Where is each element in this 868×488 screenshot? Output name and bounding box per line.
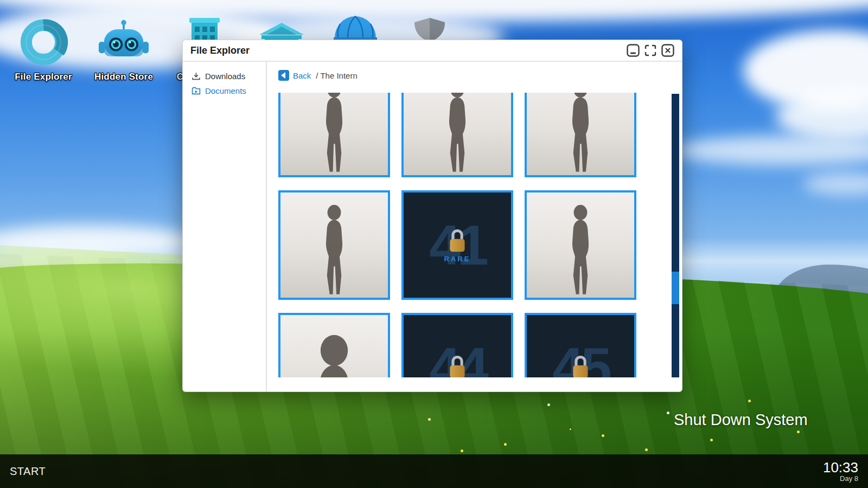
close-icon <box>661 44 674 57</box>
shutdown-system-label[interactable]: Shut Down System <box>674 411 808 429</box>
desktop-icon-hidden-store[interactable]: Hidden Store <box>92 14 155 82</box>
window-titlebar[interactable]: File Explorer <box>183 40 682 62</box>
sidebar-item-downloads[interactable]: Downloads <box>183 69 266 84</box>
photo-thumbnail[interactable] <box>401 93 513 177</box>
back-label: Back <box>293 71 311 80</box>
photo-thumbnail[interactable] <box>525 190 636 300</box>
photo-placeholder <box>280 93 388 175</box>
photo-placeholder <box>527 93 634 175</box>
flowers <box>570 428 571 430</box>
sidebar-item-documents[interactable]: Documents <box>183 84 266 98</box>
window-controls <box>627 44 674 57</box>
photo-thumbnail[interactable] <box>278 93 390 177</box>
close-button[interactable] <box>661 44 674 57</box>
locked-thumbnail[interactable]: 44 <box>401 313 513 377</box>
sidebar: Downloads Documents <box>183 62 266 391</box>
desktop-icon-file-explorer[interactable]: File Explorer <box>12 14 75 82</box>
taskbar: START 10:33 Day 8 <box>0 454 868 488</box>
clock-day: Day 8 <box>823 475 858 483</box>
thumbnail-grid: 41 RARE <box>278 93 636 377</box>
breadcrumb-path: / The Intern <box>316 71 357 80</box>
locked-thumbnail[interactable]: 41 RARE <box>401 190 513 300</box>
minimize-icon <box>627 44 640 57</box>
desktop-icon-label: Hidden Store <box>92 72 155 82</box>
locked-card-background: 45 <box>527 315 634 377</box>
minimize-button[interactable] <box>627 44 640 57</box>
dome-icon[interactable] <box>334 15 377 40</box>
photo-thumbnail[interactable] <box>278 190 390 300</box>
bank-icon[interactable] <box>259 23 304 41</box>
photo-placeholder <box>280 192 388 298</box>
back-button[interactable]: Back <box>278 70 311 81</box>
photo-placeholder <box>404 93 511 175</box>
download-icon <box>192 72 201 81</box>
photo-thumbnail[interactable] <box>278 313 390 377</box>
photo-thumbnail[interactable] <box>525 93 636 177</box>
lock-icon <box>570 354 591 377</box>
locked-thumbnail[interactable]: 45 <box>525 313 636 377</box>
maximize-button[interactable] <box>644 44 657 57</box>
breadcrumb: Back / The Intern <box>267 62 682 82</box>
photo-placeholder <box>280 315 388 377</box>
scrollbar-thumb[interactable] <box>672 272 679 304</box>
file-explorer-window: File Explorer <box>182 40 682 392</box>
taskbar-clock: 10:33 Day 8 <box>823 460 868 483</box>
desktop-icon-label: File Explorer <box>12 72 75 82</box>
robot-icon <box>92 14 155 70</box>
locked-card-background: 44 <box>404 315 511 377</box>
scrollbar-track[interactable] <box>672 94 679 377</box>
gallery-pane: Back / The Intern <box>267 62 682 391</box>
sidebar-item-label: Documents <box>205 86 246 95</box>
ring-icon <box>12 14 75 70</box>
lock-icon <box>446 228 468 253</box>
lock-icon <box>446 354 468 377</box>
clock-time: 10:33 <box>823 460 858 475</box>
back-arrow-icon <box>278 70 289 81</box>
locked-card-background: 41 RARE <box>404 192 511 298</box>
gallery-scroll-area[interactable]: 41 RARE <box>278 93 636 377</box>
fullscreen-icon <box>644 44 657 57</box>
sidebar-item-label: Downloads <box>205 72 245 81</box>
folder-icon <box>192 86 201 95</box>
shield-icon[interactable] <box>412 18 447 42</box>
rarity-badge: RARE <box>444 255 471 263</box>
photo-placeholder <box>527 192 634 298</box>
window-title: File Explorer <box>190 45 250 56</box>
start-button[interactable]: START <box>0 465 55 478</box>
